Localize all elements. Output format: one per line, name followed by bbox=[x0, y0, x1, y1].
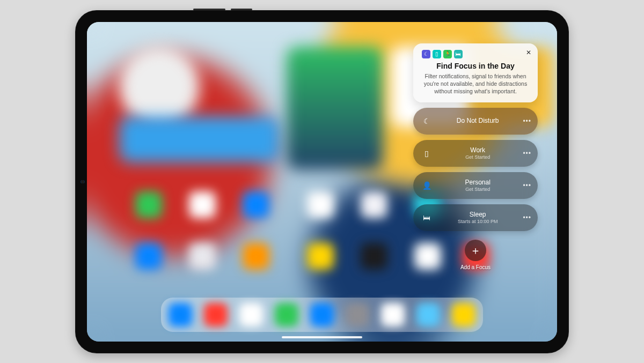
bed-icon: 🛏 bbox=[421, 212, 433, 224]
badge-icon: ▯ bbox=[421, 147, 433, 159]
focus-card-title: Find Focus in the Day bbox=[421, 62, 530, 70]
focus-subtitle: Starts at 10:00 PM bbox=[439, 219, 516, 224]
focus-mode-work[interactable]: ▯ Work Get Started ••• bbox=[413, 140, 538, 167]
dock-app bbox=[452, 303, 475, 327]
dock bbox=[161, 298, 483, 332]
dock-app bbox=[239, 303, 263, 327]
close-button[interactable]: ✕ bbox=[524, 48, 533, 57]
moon-icon: ☾ bbox=[421, 115, 433, 127]
focus-label: Work bbox=[439, 147, 516, 154]
focus-subtitle: Get Started bbox=[439, 187, 516, 192]
widget-clock bbox=[119, 47, 200, 127]
app-icon bbox=[135, 191, 162, 218]
app-icon bbox=[307, 243, 334, 270]
dock-app bbox=[416, 303, 440, 327]
app-icon bbox=[135, 243, 162, 270]
more-button[interactable]: ••• bbox=[523, 117, 531, 125]
badge-icon: ▯ bbox=[433, 50, 441, 58]
more-button[interactable]: ••• bbox=[523, 150, 531, 157]
dock-app bbox=[204, 303, 228, 327]
app-icon bbox=[361, 243, 387, 270]
add-focus-label: Add a Focus bbox=[460, 264, 491, 270]
runner-icon: 🏃 bbox=[443, 50, 452, 58]
add-focus-button[interactable]: ＋ Add a Focus bbox=[413, 240, 538, 270]
plus-icon: ＋ bbox=[465, 240, 486, 261]
focus-mini-icons: ☾ ▯ 🏃 🛏 bbox=[422, 50, 530, 58]
focus-card-description: Filter notifications, signal to friends … bbox=[421, 72, 530, 95]
ipad-screen: ✕ ☾ ▯ 🏃 🛏 Find Focus in the Day Filter n… bbox=[87, 22, 557, 342]
widget-weather bbox=[119, 116, 280, 162]
dock-app bbox=[381, 303, 405, 327]
widget-photos bbox=[287, 47, 383, 170]
app-icon bbox=[189, 191, 216, 218]
front-camera bbox=[81, 180, 84, 183]
person-icon: 👤 bbox=[421, 180, 433, 191]
moon-icon: ☾ bbox=[422, 50, 430, 58]
ipad-device-frame: ✕ ☾ ▯ 🏃 🛏 Find Focus in the Day Filter n… bbox=[75, 10, 569, 353]
app-icon bbox=[243, 243, 269, 270]
app-icon bbox=[189, 243, 216, 270]
focus-intro-card: ✕ ☾ ▯ 🏃 🛏 Find Focus in the Day Filter n… bbox=[413, 43, 538, 103]
dock-app bbox=[169, 303, 192, 327]
dock-app bbox=[275, 303, 298, 327]
focus-mode-do-not-disturb[interactable]: ☾ Do Not Disturb ••• bbox=[413, 108, 538, 135]
focus-mode-sleep[interactable]: 🛏 Sleep Starts at 10:00 PM ••• bbox=[413, 204, 538, 231]
app-icon bbox=[361, 191, 387, 218]
volume-buttons bbox=[193, 9, 225, 10]
dock-app bbox=[310, 303, 334, 327]
focus-mode-personal[interactable]: 👤 Personal Get Started ••• bbox=[413, 172, 538, 199]
home-indicator[interactable] bbox=[282, 336, 362, 338]
dock-app bbox=[346, 303, 369, 327]
app-icon bbox=[243, 191, 269, 218]
focus-panel: ✕ ☾ ▯ 🏃 🛏 Find Focus in the Day Filter n… bbox=[413, 43, 538, 271]
more-button[interactable]: ••• bbox=[523, 214, 531, 221]
bed-icon: 🛏 bbox=[454, 50, 463, 58]
focus-label: Personal bbox=[439, 179, 516, 187]
app-icon bbox=[307, 191, 334, 218]
focus-subtitle: Get Started bbox=[439, 154, 516, 160]
focus-label: Sleep bbox=[439, 211, 516, 219]
more-button[interactable]: ••• bbox=[523, 182, 531, 189]
focus-label: Do Not Disturb bbox=[439, 117, 516, 125]
